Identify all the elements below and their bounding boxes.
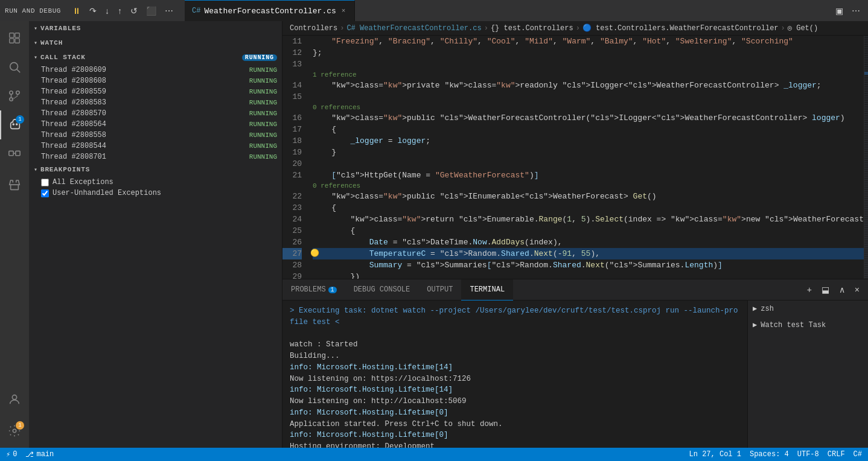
terminal-side-item[interactable]: ▶zsh: [748, 300, 868, 317]
activity-extensions[interactable]: [0, 139, 29, 168]
callstack-item[interactable]: Thread #2808559RUNNING: [29, 86, 282, 97]
terminal-line: Now listening on: https://localhost:7126: [290, 374, 740, 385]
line-number: 18: [282, 135, 302, 147]
line-numbers: 1112131415161718192021222324252627282930: [282, 36, 308, 279]
terminal-side-item[interactable]: ▶Watch test Task: [748, 317, 868, 333]
top-bar: RUN AND DEBUG ⏸ ↷ ↓ ↑ ↺ ⬛ ⋯ C# WeatherFo…: [0, 0, 868, 21]
callstack-item[interactable]: Thread #2808544RUNNING: [29, 141, 282, 151]
layout-button[interactable]: ▣: [832, 4, 846, 17]
more-button[interactable]: ⋯: [162, 4, 176, 17]
breadcrumb-file[interactable]: C# WeatherForecastController.cs: [346, 24, 481, 33]
callstack-header[interactable]: ▾ CALL STACK RUNNING: [29, 50, 282, 65]
terminal-pane[interactable]: > Executing task: dotnet watch --project…: [282, 300, 747, 448]
variables-title: VARIABLES: [40, 25, 81, 32]
line-number-ref: [282, 70, 302, 80]
close-panel-button[interactable]: ×: [851, 284, 863, 296]
stop-button[interactable]: ⬛: [143, 4, 159, 17]
status-language[interactable]: C#: [854, 450, 862, 459]
panel-tabs: PROBLEMS 1 DEBUG CONSOLE OUTPUT TERMINAL…: [282, 279, 868, 300]
breakpoints-header[interactable]: ▾ BREAKPOINTS: [29, 162, 282, 177]
status-right: Ln 27, Col 1 Spaces: 4 UTF-8 CRLF C#: [689, 450, 862, 459]
code-content: "Freezing", "Bracing", "Chilly", "Cool",…: [308, 36, 864, 279]
activity-account[interactable]: [0, 385, 29, 414]
line-number: 29: [282, 271, 302, 279]
svg-point-7: [10, 91, 13, 95]
status-bar: ⚡ 0 ⎇ main Ln 27, Col 1 Spaces: 4 UTF-8 …: [0, 448, 868, 461]
line-number: 17: [282, 124, 302, 135]
breadcrumb-method[interactable]: ◎ Get(): [788, 24, 818, 33]
activity-debug[interactable]: 1: [0, 110, 29, 139]
tab-close-button[interactable]: ×: [340, 7, 348, 15]
restart-button[interactable]: ↺: [127, 4, 141, 17]
step-out-button[interactable]: ↑: [115, 4, 125, 17]
csharp-icon: C#: [192, 7, 200, 15]
activity-source-control[interactable]: [0, 81, 29, 110]
svg-rect-2: [10, 39, 14, 43]
watch-header[interactable]: ▾ WATCH: [29, 36, 282, 50]
terminal-line: Now listening on: http://localhost:5069: [290, 396, 740, 407]
maximize-panel-button[interactable]: ∧: [835, 284, 849, 296]
status-spaces[interactable]: Spaces: 4: [750, 450, 789, 459]
status-position[interactable]: Ln 27, Col 1: [689, 450, 741, 459]
status-branch[interactable]: ⎇ main: [25, 450, 54, 459]
tab-output[interactable]: OUTPUT: [418, 279, 461, 300]
status-debug[interactable]: ⚡ 0: [6, 450, 17, 459]
status-encoding[interactable]: UTF-8: [797, 450, 819, 459]
editor-tab[interactable]: C# WeatherForecastController.cs ×: [185, 0, 355, 21]
line-number: 21: [282, 170, 302, 181]
callstack-title: CALL STACK: [40, 54, 86, 61]
callstack-status: RUNNING: [242, 54, 277, 61]
sidebar: ▾ VARIABLES ▾ WATCH ▾ CALL STACK RUNNING…: [29, 21, 282, 448]
code-line: Summary = "cls">Summaries["cls">Random.S…: [313, 259, 864, 271]
terminal-line: Application started. Press Ctrl+C to shu…: [290, 419, 740, 430]
terminal-line: info: Microsoft.Hosting.Lifetime[14]: [290, 384, 740, 396]
status-debug-icon: ⚡: [6, 450, 10, 459]
code-scroll[interactable]: 1112131415161718192021222324252627282930…: [282, 36, 868, 279]
svg-point-14: [12, 395, 16, 399]
step-into-button[interactable]: ↓: [102, 4, 112, 17]
tab-terminal[interactable]: TERMINAL: [461, 279, 513, 300]
breadcrumb-namespace[interactable]: {} test.Controllers: [491, 24, 573, 33]
breadcrumb-class[interactable]: 🔵 test.Controllers.WeatherForecastContro…: [582, 24, 779, 33]
breakpoints-list: All ExceptionsUser-Unhandled Exceptions: [29, 177, 282, 199]
step-over-button[interactable]: ↷: [86, 4, 100, 17]
editor-area: Controllers › C# WeatherForecastControll…: [282, 21, 868, 448]
branch-label: main: [36, 450, 54, 459]
breadcrumb: Controllers › C# WeatherForecastControll…: [282, 21, 868, 36]
line-number: 20: [282, 158, 302, 170]
settings-badge: 1: [16, 421, 24, 430]
svg-rect-0: [10, 33, 14, 37]
breakpoints-chevron: ▾: [34, 166, 38, 173]
breadcrumb-controllers[interactable]: Controllers: [290, 24, 337, 33]
status-eol[interactable]: CRLF: [828, 450, 845, 459]
svg-rect-12: [9, 151, 13, 155]
tab-debug-console[interactable]: DEBUG CONSOLE: [345, 279, 419, 300]
more-actions-button[interactable]: ⋯: [849, 4, 863, 17]
debug-title-area: RUN AND DEBUG: [5, 7, 61, 14]
activity-testing[interactable]: [0, 171, 29, 200]
code-ref-line: 1 reference: [313, 70, 864, 80]
terminal-line: [290, 328, 740, 340]
callstack-item[interactable]: Thread #2808564RUNNING: [29, 119, 282, 130]
line-number: 27: [282, 248, 302, 259]
code-line: 🟡 TemperatureC = "cls">Random.Shared.Nex…: [313, 248, 864, 259]
new-terminal-button[interactable]: +: [803, 284, 815, 296]
callstack-item[interactable]: Thread #2808570RUNNING: [29, 108, 282, 119]
activity-explorer[interactable]: [0, 24, 29, 52]
callstack-item[interactable]: Thread #2808608RUNNING: [29, 75, 282, 86]
tab-problems[interactable]: PROBLEMS 1: [282, 279, 345, 300]
code-line: "kw">class="kw">public "cls">IEnumerable…: [313, 191, 864, 202]
status-debug-label: 0: [13, 450, 17, 459]
watch-chevron: ▾: [34, 39, 38, 46]
activity-search[interactable]: [0, 52, 29, 81]
split-terminal-button[interactable]: ⬓: [818, 284, 833, 296]
callstack-item[interactable]: Thread #2808558RUNNING: [29, 130, 282, 141]
variables-chevron: ▾: [34, 25, 38, 32]
pause-button[interactable]: ⏸: [69, 4, 84, 17]
callstack-item[interactable]: Thread #2808609RUNNING: [29, 65, 282, 75]
callstack-item[interactable]: Thread #2808701RUNNING: [29, 151, 282, 162]
variables-header[interactable]: ▾ VARIABLES: [29, 21, 282, 36]
activity-settings[interactable]: 1: [0, 416, 29, 445]
callstack-item[interactable]: Thread #2808583RUNNING: [29, 97, 282, 108]
variables-section: ▾ VARIABLES: [29, 21, 282, 36]
